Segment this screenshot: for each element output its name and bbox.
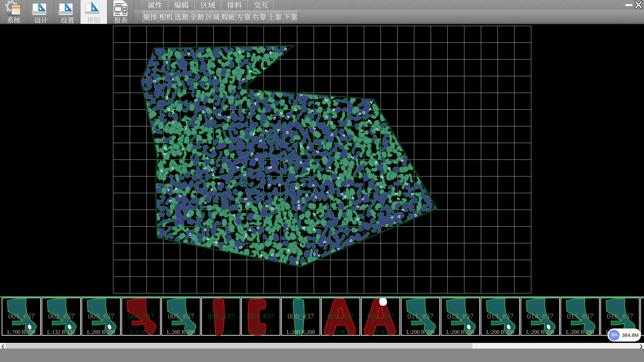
svg-text:008_#37: 008_#37 bbox=[287, 312, 314, 320]
svg-text:015_#37: 015_#37 bbox=[567, 312, 593, 320]
svg-text:012_#37: 012_#37 bbox=[447, 312, 474, 320]
svg-text:L:132 R:132: L:132 R:132 bbox=[47, 329, 75, 335]
svg-text:L:21 R:21: L:21 R:21 bbox=[210, 329, 232, 335]
svg-text:L:200 R:200: L:200 R:200 bbox=[446, 329, 475, 335]
svg-text:L:200 R:200: L:200 R:200 bbox=[407, 329, 435, 335]
svg-text:005_#37: 005_#37 bbox=[168, 312, 194, 320]
svg-text:L:31 R:31: L:31 R:31 bbox=[130, 329, 152, 335]
svg-text:011_#37: 011_#37 bbox=[408, 312, 434, 320]
svg-text:002_#37: 002_#37 bbox=[48, 312, 74, 320]
svg-text:006_#37: 006_#37 bbox=[208, 312, 234, 320]
svg-text:010_#37: 010_#37 bbox=[367, 312, 394, 320]
svg-text:L:200 R:200: L:200 R:200 bbox=[526, 329, 554, 335]
svg-text:L:700 R:700: L:700 R:700 bbox=[7, 329, 36, 335]
svg-text:009_#37: 009_#37 bbox=[327, 312, 354, 320]
svg-text:L:31 R:31: L:31 R:31 bbox=[250, 329, 272, 335]
svg-text:L:200 R:200: L:200 R:200 bbox=[87, 329, 115, 335]
svg-text:003_#37: 003_#37 bbox=[88, 312, 114, 320]
svg-text:004_#37: 004_#37 bbox=[128, 312, 154, 320]
svg-text:001_#37: 001_#37 bbox=[8, 312, 35, 320]
svg-text:L:200 R:200: L:200 R:200 bbox=[486, 329, 515, 335]
svg-text:L:33 R:33: L:33 R:33 bbox=[369, 329, 392, 335]
svg-text:L:32 R:31: L:32 R:31 bbox=[329, 329, 352, 335]
svg-text:013_#37: 013_#37 bbox=[487, 312, 514, 320]
svg-text:007_#37: 007_#37 bbox=[248, 312, 274, 320]
svg-text:L:200 R:200: L:200 R:200 bbox=[167, 329, 195, 335]
svg-text:014_#37: 014_#37 bbox=[527, 312, 553, 320]
svg-text:L:200 R:200: L:200 R:200 bbox=[566, 329, 594, 335]
svg-text:016_#37: 016_#37 bbox=[607, 312, 633, 320]
svg-text:L:200 R:200: L:200 R:200 bbox=[287, 329, 315, 335]
